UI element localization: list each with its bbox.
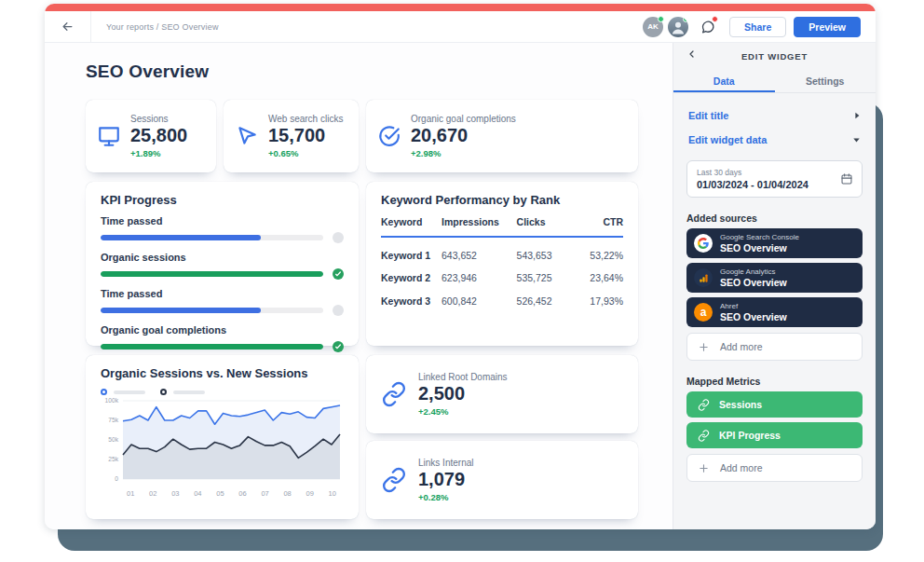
table-cell: Keyword 2 [381,261,442,284]
preview-button[interactable]: Preview [794,17,861,37]
edit-widget-panel: EDIT WIDGET Data Settings Edit title Edi… [673,43,876,529]
tab-data[interactable]: Data [673,69,775,92]
edit-title-row[interactable]: Edit title [688,110,861,121]
link-icon [381,467,407,493]
kpi-progress-track [101,344,323,350]
avatar-photo[interactable] [668,17,688,37]
table-header-ctr: CTR [578,216,623,238]
panel-header: EDIT WIDGET [673,43,876,69]
stat-delta: +1.89% [130,148,187,158]
table-cell: 17,93% [578,283,623,307]
y-tick-label: 25k [108,456,118,462]
link-label: Linked Root Domains [418,372,508,382]
y-tick-label: 50k [108,436,118,443]
table-cell: 526,452 [517,283,578,307]
caret-down-icon [852,136,861,144]
keyword-table-widget[interactable]: Keyword Performancy by Rank KeywordImpre… [366,182,638,346]
ahref-letter: a [700,306,707,319]
check-icon [334,343,342,350]
stage: Your reports / SEO Overview AK Share Pre… [0,0,924,562]
kpi-bar-row [101,232,344,243]
add-source-button[interactable]: Add more [686,333,863,361]
sessions-chart-widget[interactable]: Organic Sessions vs. New Sessions 100k75… [86,355,359,519]
tab-settings[interactable]: Settings [775,69,876,92]
source-widget: SEO Overview [720,277,787,288]
chart-legend [101,389,344,395]
back-button[interactable] [45,11,91,42]
source-name: Google Analytics [720,267,787,276]
line-chart: 100k75k50k25k0 [101,395,344,487]
stat-value: 20,670 [411,125,516,146]
source-card-2[interactable]: aAhrefSEO Overview [686,297,863,327]
keyword-table: KeywordImpressionsClicksCTRKeyword 1643,… [381,216,623,307]
stat-text: Sessions25,800+1.89% [130,114,187,158]
plus-icon [699,463,709,473]
comments-button[interactable] [696,16,718,38]
stat-label: Organic goal completions [411,114,516,124]
legend-dot-icon [160,389,167,395]
kpi-list: Time passedOrganic sessionsTime passedOr… [101,215,344,352]
stat-delta: +2.98% [411,148,516,158]
source-text: Google Search ConsoleSEO Overview [720,233,799,254]
x-tick-label: 01 [127,489,134,498]
legend-item-1 [160,389,205,395]
link-text: Linked Root Domains2,500+2.45% [418,372,508,417]
link-delta: +2.45% [418,406,508,417]
stat-card-web-search-clicks[interactable]: Web search clicks15,700+0.65% [224,100,359,172]
table-cell: 600,842 [442,283,517,307]
stat-card-sessions[interactable]: Sessions25,800+1.89% [86,100,216,172]
avatar-ak[interactable]: AK [643,17,663,37]
metric-label: Sessions [719,399,762,410]
kpi-bar-row [101,268,344,280]
stat-card-organic-goal-completions[interactable]: Organic goal completions20,670+2.98% [366,100,638,172]
stat-text: Web search clicks15,700+0.65% [268,114,343,158]
date-preset-label: Last 30 days [697,168,834,177]
add-metric-button[interactable]: Add more [686,454,863,482]
stat-text: Organic goal completions20,670+2.98% [411,114,516,158]
link-widget-1[interactable]: Links Internal1,079+0.28% [366,441,638,519]
link-delta: +0.28% [418,492,473,502]
table-cell: 643,652 [442,238,517,261]
page-title: SEO Overview [86,62,638,82]
x-tick-label: 03 [171,489,179,498]
stat-value: 25,800 [130,125,187,146]
link-value: 1,079 [418,469,473,490]
source-card-1[interactable]: Google AnalyticsSEO Overview [686,263,863,293]
source-name: Ahref [720,302,787,310]
check-done-icon [333,341,344,352]
legend-dot-icon [101,389,107,395]
pending-dot-icon [333,305,344,316]
panel-tabs: Data Settings [673,69,876,93]
window-top-strip [45,4,876,11]
chart-svg: 100k75k50k25k0 [101,395,344,487]
table-header-clicks: Clicks [517,216,578,238]
widget-title: Organic Sessions vs. New Sessions [101,366,344,380]
y-tick-label: 75k [108,417,118,423]
link-icon [698,430,710,442]
edit-widget-data-row[interactable]: Edit widget data [688,134,861,145]
date-range-picker[interactable]: Last 30 days 01/03/2024 - 01/04/2024 [686,160,863,198]
x-tick-label: 09 [306,489,314,498]
share-button[interactable]: Share [729,17,786,37]
kpi-bar-row [101,341,344,352]
link-widget-0[interactable]: Linked Root Domains2,500+2.45% [366,355,638,433]
online-dot [658,16,664,22]
bottom-row: Organic Sessions vs. New Sessions 100k75… [86,355,638,519]
chevron-left-icon [686,48,698,60]
link-text: Links Internal1,079+0.28% [418,458,473,502]
kpi-progress-track [101,271,323,277]
calendar-icon [840,172,853,185]
add-more-label: Add more [720,462,763,473]
kpi-progress-widget[interactable]: KPI Progress Time passedOrganic sessions… [86,182,359,346]
metric-button-sessions[interactable]: Sessions [686,391,863,418]
source-card-0[interactable]: Google Search ConsoleSEO Overview [686,228,863,258]
stat-label: Web search clicks [268,114,343,124]
source-widget: SEO Overview [720,311,787,322]
panel-back-button[interactable] [686,48,698,60]
pending-dot-icon [333,232,344,243]
table-cell: Keyword 1 [381,238,442,261]
widget-title: KPI Progress [101,193,344,207]
metric-button-kpi-progress[interactable]: KPI Progress [686,422,863,448]
kpi-bar-row [101,305,344,316]
ahref-icon: a [694,303,713,322]
